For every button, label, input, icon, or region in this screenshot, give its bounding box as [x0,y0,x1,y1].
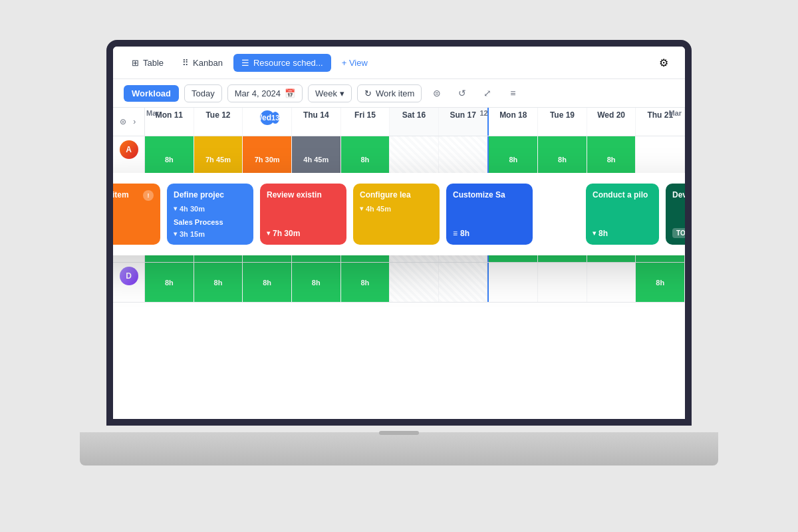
avatar-1: A [120,140,138,159]
task-popup: New item ! ▾ 8h Define projec [113,173,685,255]
gear-icon: ⚙ [659,57,668,69]
cell-r4-d8[interactable] [487,263,538,302]
cell-r4-d7 [439,263,488,302]
chevron2-icon: ▾ [174,230,177,237]
today-btn[interactable]: Today [184,84,222,102]
chevron3-icon: ▾ [267,229,270,237]
cell-r4-d3[interactable]: 8h [243,263,292,302]
day-header-tue19: Tue 19 [538,108,587,136]
resource-icon: ☰ [241,58,249,68]
sync-btn[interactable]: ↺ [452,83,472,103]
calendar-area: ⊜ › Mar 12 Mar Mon 11 [113,108,685,419]
avatar-4: D [120,267,138,285]
filter-bar: Workload Today Mar 4, 2024 📅 Week ▾ ↻ Wo… [113,79,685,108]
task-develop-migration[interactable]: Develop migration scripts or u TO DO ▾ 8… [666,184,685,245]
work-item-btn[interactable]: ↻ Work item [357,84,422,102]
workload-btn[interactable]: Workload [124,85,179,102]
sync-icon: ↺ [458,88,466,98]
filter-rows-icon: ⊜ [120,117,126,126]
filter-icon: ⊜ [433,88,441,98]
month-label-mar2: Mar [668,109,682,117]
cell-r4-d10[interactable] [587,263,636,302]
task-define-project[interactable]: Define projec ▾ 4h 30m Sales Process ▾ 3… [167,184,253,245]
week-selector[interactable]: Week ▾ [308,84,352,102]
kanban-icon: ⠿ [182,58,189,68]
laptop-notch [379,431,419,435]
calendar-row-4: D 8h 8h 8h 8h 8h 8h [113,263,685,303]
cell-r4-d5[interactable]: 8h [341,263,390,302]
todo-badge: TO DO [672,228,685,238]
expand-rows-btn[interactable]: ⊜ [117,112,129,132]
month-label-12: 12 [479,109,487,117]
day-header-sat16: Sat 16 [390,108,439,136]
chevron-right-icon: › [133,117,136,126]
day-header-fri15: Fri 15 [341,108,390,136]
date-picker[interactable]: Mar 4, 2024 📅 [227,84,303,102]
table-view-btn[interactable]: ⊞ Table [124,54,172,72]
laptop-base [80,432,718,466]
calendar-header: ⊜ › Mar 12 Mar Mon 11 [113,108,685,136]
cell-r4-d9[interactable] [538,263,587,302]
task-customize-sales[interactable]: Customize Sa ≡ 8h [446,184,533,245]
day-header-mon18: Mon 18 [487,108,538,136]
cell-r4-d6 [390,263,439,302]
task-configure-lead[interactable]: Configure lea ▾ 4h 45m [353,184,440,245]
settings-btn[interactable]: ⚙ [653,52,674,73]
alert-icon: ! [143,190,154,201]
calendar-row-1: A 8h 7h 45m 7h 30m 4h 45m 8h 8h 8h 8h [113,136,685,183]
expand-icon: ⤢ [483,88,491,98]
table-icon: ⊞ [132,58,139,68]
chevron-meta-icon: ▾ [174,205,177,212]
sales-process-label: Sales Process [174,218,247,226]
avatar-cell-4: D [113,263,145,302]
collapse-btn[interactable]: › [129,112,141,132]
kanban-view-btn[interactable]: ⠿ Kanban [174,54,231,72]
cell-r4-d1[interactable]: 8h [145,263,194,302]
options-btn[interactable]: ≡ [503,83,523,103]
row4-cells: 8h 8h 8h 8h 8h 8h [145,263,685,302]
task-review-existing[interactable]: Review existin ▾ 7h 30m [260,184,346,245]
day-header-wed13: Wed 13 [243,108,292,136]
task-new-item[interactable]: New item ! ▾ 8h [113,184,160,245]
refresh-icon: ↻ [364,88,372,98]
cell-r4-d11[interactable]: 8h [636,263,685,302]
month-label-mar1: Mar [146,109,160,117]
chevron4-icon: ▾ [360,205,363,212]
calendar-days-header: Mar 12 Mar Mon 11 Tue 12 Wed 13 [145,108,685,136]
day-header-thu14: Thu 14 [292,108,341,136]
calendar-icon: 📅 [285,88,295,98]
sliders-icon: ≡ [510,88,515,98]
toolbar: ⊞ Table ⠿ Kanban ☰ Resource sched... + V… [113,47,685,79]
expand-btn[interactable]: ⤢ [477,83,497,103]
add-view-btn[interactable]: + View [334,54,376,72]
day-header-tue12: Tue 12 [194,108,243,136]
day-header-wed20: Wed 20 [587,108,636,136]
cell-r4-d2[interactable]: 8h [194,263,243,302]
chevron5-icon: ▾ [593,229,596,237]
cell-r4-d4[interactable]: 8h [292,263,341,302]
filter-btn[interactable]: ⊜ [427,83,447,103]
task-conduct-pilot[interactable]: Conduct a pilo ▾ 8h [586,184,659,245]
chevron-down-icon: ▾ [340,88,344,98]
resource-view-btn[interactable]: ☰ Resource sched... [233,54,331,72]
menu-icon: ≡ [453,229,458,238]
